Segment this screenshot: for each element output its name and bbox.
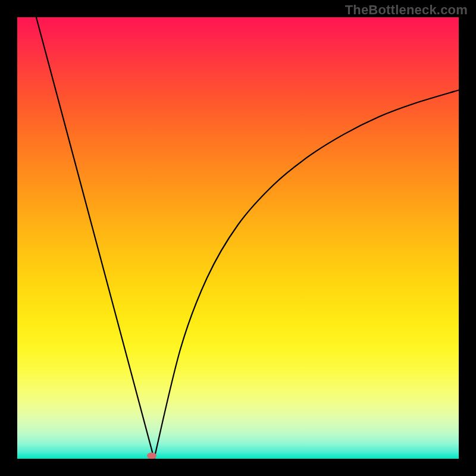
watermark-text: TheBottleneck.com <box>345 2 468 18</box>
curve-path <box>36 17 459 459</box>
plot-area <box>17 17 459 459</box>
optimum-marker <box>147 452 156 459</box>
chart-frame: TheBottleneck.com <box>0 0 476 476</box>
bottleneck-curve <box>17 17 459 459</box>
